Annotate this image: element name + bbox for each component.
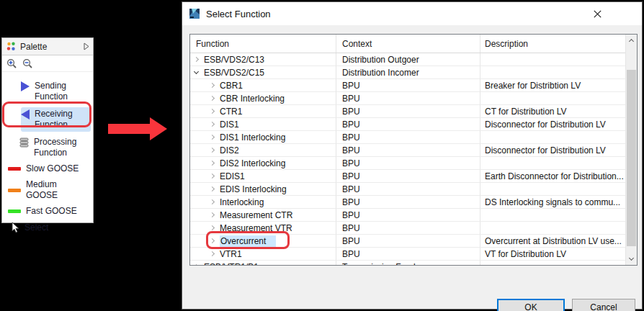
table-row[interactable]: OvercurrentBPUOvercurrent at Distributio…	[190, 235, 637, 248]
table-row[interactable]: CBR InterlockingBPU	[190, 92, 637, 105]
table-row[interactable]: Measurement VTRBPU	[190, 222, 637, 235]
palette-item-slow-goose[interactable]: Slow GOOSE	[8, 163, 91, 174]
function-cell[interactable]: ESB/VDS2/C13	[190, 53, 336, 66]
function-name: Measurement VTR	[220, 223, 292, 233]
function-name: CBR Interlocking	[220, 94, 285, 104]
context-cell: BPU	[336, 92, 480, 105]
expand-icon[interactable]	[210, 251, 215, 256]
description-cell	[480, 131, 627, 144]
palette-collapse-icon[interactable]	[84, 42, 89, 50]
expand-icon[interactable]	[210, 212, 215, 217]
palette-item-fast-goose[interactable]: Fast GOOSE	[8, 206, 91, 217]
close-icon[interactable]	[586, 5, 608, 22]
expand-icon[interactable]	[210, 186, 215, 191]
vertical-scrollbar[interactable]	[625, 35, 637, 265]
table-row[interactable]: CBR1BPUBreaker for Distribtion LV	[190, 79, 637, 92]
red-arrow-head	[150, 117, 167, 140]
table-row[interactable]: VTR1BPUVT for Distribution LV	[190, 248, 637, 261]
table-row[interactable]: ESB/VDS2/C15Distribution Incomer	[190, 66, 637, 79]
dialog-app-icon	[189, 8, 200, 19]
zoom-out-icon[interactable]	[22, 58, 33, 69]
table-row[interactable]: ESB/VDS2/C13Distribution Outgoer	[190, 53, 637, 66]
expand-icon[interactable]	[210, 161, 215, 166]
expand-icon[interactable]	[210, 199, 215, 204]
collapse-icon[interactable]	[194, 69, 199, 74]
palette-item-label: Fast GOOSE	[26, 206, 77, 217]
function-cell[interactable]: CBR1	[190, 79, 336, 92]
table-row[interactable]: Measurement CTRBPU	[190, 209, 637, 222]
function-cell[interactable]: EDIS1	[190, 170, 336, 183]
palette-item-processing-function[interactable]: Processing Function	[19, 137, 91, 158]
palette-item-sending-function[interactable]: Sending Function	[21, 81, 91, 102]
palette-header[interactable]: Palette	[2, 38, 93, 55]
ok-button[interactable]: OK	[497, 299, 565, 311]
context-cell: Distribution Incomer	[336, 66, 480, 79]
column-header-function[interactable]: Function	[190, 35, 336, 53]
context-cell: BPU	[336, 157, 480, 170]
cancel-button[interactable]: Cancel	[572, 299, 635, 311]
column-header-context[interactable]: Context	[336, 35, 480, 53]
function-cell[interactable]: ESB/VDS2/C15	[190, 66, 336, 79]
table-row[interactable]: DIS1 InterlockingBPU	[190, 131, 637, 144]
palette-item-label: Processing Function	[34, 137, 89, 158]
expand-icon[interactable]	[194, 264, 199, 266]
table-row[interactable]: EDIS InterlockingBPU	[190, 183, 637, 196]
slow-goose-color-bar	[8, 167, 21, 171]
table-row[interactable]: EDIS1BPUEarth Disconnector for Distribut…	[190, 170, 637, 183]
scrollbar-thumb[interactable]	[627, 70, 636, 246]
function-name: ESB/VDS2/C15	[204, 68, 264, 78]
palette-item-label: Sending Function	[35, 81, 89, 102]
expand-icon[interactable]	[210, 135, 215, 140]
function-cell[interactable]: DIS2	[190, 144, 336, 157]
description-cell	[480, 157, 627, 170]
expand-icon[interactable]	[210, 96, 215, 101]
palette-item-medium-goose[interactable]: Medium GOOSE	[8, 179, 91, 201]
palette-item-receiving-function[interactable]: Receiving Function	[21, 107, 91, 132]
function-cell[interactable]: Measurement VTR	[190, 222, 336, 235]
context-cell: BPU	[336, 131, 480, 144]
function-cell[interactable]: Interlocking	[190, 196, 336, 209]
column-header-description[interactable]: Description	[480, 35, 627, 53]
palette-toolbar	[2, 55, 93, 72]
expand-icon[interactable]	[210, 122, 215, 127]
context-cell: Transmission Feeder	[336, 261, 480, 266]
function-name: VTR1	[220, 249, 242, 259]
cursor-icon	[9, 222, 19, 233]
expand-icon[interactable]	[194, 57, 199, 62]
table-row[interactable]: DIS2 InterlockingBPU	[190, 157, 637, 170]
function-cell[interactable]: CTR1	[190, 105, 336, 118]
context-cell: BPU	[336, 248, 480, 261]
function-name: DIS2 Interlocking	[220, 158, 285, 168]
expand-icon[interactable]	[210, 238, 215, 243]
table-row[interactable]: DIS1BPUDisconnector for Distribution LV	[190, 118, 637, 131]
table-row[interactable]: CTR1BPUCT for Distribution LV	[190, 105, 637, 118]
table-row[interactable]: ESB/VTR1/B1Transmission Feeder	[190, 261, 637, 266]
expand-icon[interactable]	[210, 173, 215, 179]
table-row[interactable]: DIS2BPUDisconnector for Distribution LV	[190, 144, 637, 157]
scroll-up-icon[interactable]	[626, 35, 637, 46]
function-cell[interactable]: CBR Interlocking	[190, 92, 336, 105]
function-cell[interactable]: DIS1	[190, 118, 336, 131]
palette-item-label: Slow GOOSE	[26, 163, 79, 174]
function-name: Measurement CTR	[220, 210, 292, 220]
function-cell[interactable]: VTR1	[190, 248, 336, 261]
table-row[interactable]: InterlockingBPUDS Interlocking signals t…	[190, 196, 637, 209]
description-cell: Disconnector for Distribution LV	[480, 144, 627, 157]
expand-icon[interactable]	[210, 83, 215, 88]
expand-icon[interactable]	[210, 109, 215, 114]
function-cell[interactable]: Measurement CTR	[190, 209, 336, 222]
scroll-down-icon[interactable]	[626, 253, 637, 265]
palette-item-select[interactable]: Select	[9, 222, 91, 233]
function-cell[interactable]: Overcurrent	[190, 235, 336, 248]
function-cell[interactable]: DIS2 Interlocking	[190, 157, 336, 170]
function-cell[interactable]: ESB/VTR1/B1	[190, 261, 336, 266]
expand-icon[interactable]	[210, 148, 215, 153]
function-cell[interactable]: EDIS Interlocking	[190, 183, 336, 196]
function-name: DIS1 Interlocking	[220, 132, 285, 143]
function-name: DIS1	[220, 120, 239, 130]
function-cell[interactable]: DIS1 Interlocking	[190, 131, 336, 144]
zoom-in-icon[interactable]	[6, 58, 17, 69]
dialog-title: Select Function	[206, 9, 271, 19]
palette-item-label: Medium GOOSE	[26, 179, 91, 201]
expand-icon[interactable]	[210, 225, 215, 230]
